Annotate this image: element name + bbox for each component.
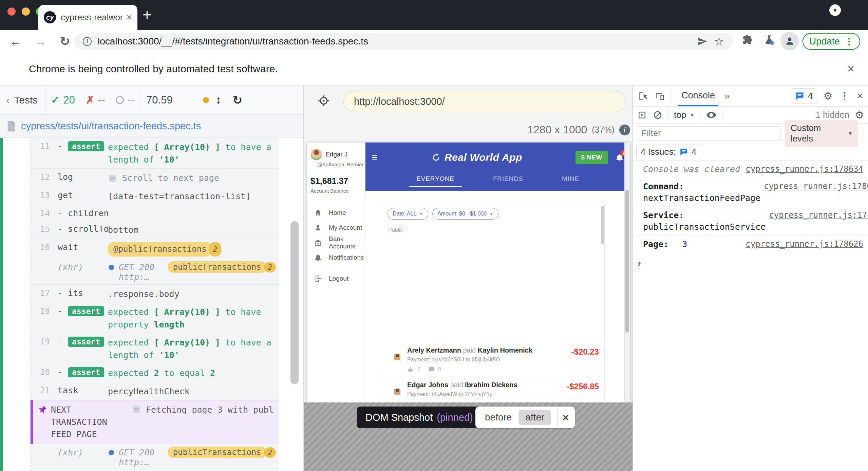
transaction-item[interactable]: Edgar Johns paid Ibrahim DickensPayment:… [382, 377, 604, 401]
browser-menu-icon[interactable]: ⋮ [845, 36, 853, 47]
profile-avatar[interactable] [780, 32, 799, 50]
sidebar-item-home[interactable]: Home [307, 205, 365, 220]
tab-mine[interactable]: MINE [554, 172, 587, 187]
app-scrollbar-track[interactable] [624, 143, 630, 402]
flask-extension-icon[interactable] [763, 34, 775, 45]
command-row[interactable]: 13get[data-test=transaction-list] [31, 187, 279, 205]
address-bar[interactable]: i localhost:3000/__/#/tests/integration/… [74, 33, 733, 50]
sidebar-item-my-account[interactable]: My Account [307, 220, 365, 235]
browser-tab[interactable]: cy cypress-realworld-app × [38, 5, 137, 30]
new-tab-button[interactable]: + [143, 7, 152, 22]
devtools-settings-icon[interactable]: ⚙ [823, 90, 832, 102]
new-transaction-button[interactable]: $ NEW [575, 151, 608, 164]
app-scrollbar-thumb[interactable] [625, 190, 629, 333]
filter-chip[interactable]: Date: ALL ▼ [388, 208, 428, 220]
context-selector[interactable]: top ▼ [674, 110, 695, 120]
forward-icon[interactable]: → [35, 34, 47, 49]
comment-icon[interactable] [428, 366, 435, 373]
xhr-command-row[interactable]: (xhr)GET 200 http:…publicTransactions2 [31, 259, 279, 284]
card-scrollbar[interactable] [601, 206, 604, 244]
test-duration: 70.59 [140, 94, 179, 106]
console-filter-input[interactable] [637, 126, 780, 140]
clear-console-icon[interactable] [653, 110, 663, 120]
url-text[interactable]: localhost:3000/__/#/tests/integration/ui… [98, 36, 691, 47]
devtools-close-icon[interactable]: × [857, 90, 863, 102]
back-icon[interactable]: ← [10, 34, 22, 49]
assert-command-row[interactable]: 18- assertexpected [ Array(10) ] to have… [31, 303, 279, 333]
assert-pill: assert [68, 141, 104, 151]
inspect-element-icon[interactable] [638, 91, 648, 101]
command-row[interactable]: 15- scrollTobottom [31, 221, 279, 239]
page-info-icon[interactable]: i [83, 37, 92, 46]
console-message[interactable]: Page:3cypress_runner.js:178626 [633, 236, 868, 253]
sidebar-item-bank-accounts[interactable]: Bank Accounts [307, 235, 365, 250]
source-link[interactable]: cypress_runner.js:178626 [746, 239, 863, 249]
infobar-close-icon[interactable]: × [847, 62, 854, 76]
sidebar-item-notifications[interactable]: Notifications [307, 250, 365, 265]
console-message[interactable]: Command:nextTransactionFeedPagecypress_r… [633, 178, 868, 207]
transaction-item[interactable]: Arely Kertzmann paid Kaylin HomenickPaym… [382, 342, 604, 377]
notifications-bell[interactable]: 8 [615, 153, 624, 162]
reporter-scrollbar[interactable] [290, 221, 299, 384]
filter-chip[interactable]: Amount: $0 - $1,000 ▼ [432, 208, 498, 220]
divider [700, 109, 700, 121]
wait-command-row[interactable]: 16wait@publicTransactions2 [31, 239, 279, 259]
chrome-update-button[interactable]: Update ⋮ [803, 33, 860, 50]
source-link[interactable]: cypress_runner.js:178626 [769, 210, 868, 220]
route-alias-badge[interactable]: publicTransactions [168, 261, 267, 273]
snapshot-close-icon[interactable]: × [562, 411, 572, 424]
aut-url-bar[interactable]: http://localhost:3000/ [343, 91, 626, 112]
route-alias-badge[interactable]: publicTransactions [168, 447, 267, 458]
console-prompt-chevron[interactable]: › [633, 253, 868, 269]
console-messages-badge[interactable]: 4 [791, 88, 817, 103]
spec-file-link[interactable]: cypress/tests/ui/transaction-feeds.spec.… [21, 120, 201, 132]
command-row[interactable]: 14- children [31, 205, 279, 221]
console-tab[interactable]: Console [678, 86, 718, 106]
assert-command-row[interactable]: 19- assertexpected [ Array(10) ] to have… [31, 333, 279, 364]
device-toolbar-icon[interactable] [655, 91, 665, 101]
extensions-puzzle-icon[interactable] [742, 34, 753, 45]
close-window-button[interactable] [7, 7, 16, 16]
command-row[interactable]: 21taskpercyHealthCheck [31, 382, 279, 400]
log-command-row[interactable]: 12logScroll to next page [31, 168, 279, 187]
minimize-window-button[interactable] [22, 7, 30, 16]
pinned-command-row[interactable]: NEXT TRANSACTION FEED PAGEFetching page … [31, 400, 279, 444]
snapshot-after-button[interactable]: after [518, 410, 551, 425]
wait-command-row[interactable]: 23wait@publicTransactions3 [31, 470, 279, 471]
assert-command-row[interactable]: 20- assertexpected 2 to equal 2 [31, 364, 279, 382]
like-icon[interactable] [407, 366, 415, 373]
back-to-tests-button[interactable]: ‹ Tests [0, 93, 45, 107]
console-message[interactable]: Service:publicTransactionServicecypress_… [633, 207, 868, 236]
tab-close-icon[interactable]: × [127, 12, 132, 23]
pin-icon[interactable] [38, 405, 48, 415]
more-tabs-icon[interactable]: » [724, 91, 730, 101]
xhr-command-row[interactable]: (xhr)GET 200 http:…publicTransactions2 [31, 444, 279, 470]
bookmark-star-icon[interactable]: ☆ [714, 35, 724, 48]
viewport-info-icon[interactable]: i [619, 125, 630, 135]
live-expression-eye-icon[interactable] [706, 110, 717, 120]
log-levels-dropdown[interactable]: Custom levels ▼ [785, 120, 858, 147]
console-settings-icon[interactable]: ⚙ [855, 109, 864, 121]
tab-search-button[interactable]: ▼ [829, 4, 841, 16]
snapshot-before-button[interactable]: before [478, 410, 518, 425]
selector-playground-icon[interactable] [317, 94, 330, 107]
devtools-menu-icon[interactable]: ⋮ [838, 90, 851, 101]
console-sidebar-icon[interactable] [637, 110, 647, 120]
chat-bubble-icon [679, 148, 688, 156]
hamburger-menu-icon[interactable]: ≡ [372, 152, 378, 163]
rerun-tests-icon[interactable]: ↻ [233, 93, 243, 107]
command-row[interactable]: 17- its.response.body [31, 284, 279, 303]
scroll-arrows-icon[interactable]: ↕ [216, 94, 221, 106]
tab-everyone[interactable]: EVERYONE [409, 172, 462, 187]
tab-friends[interactable]: FRIENDS [486, 172, 531, 187]
source-link[interactable]: cypress_runner.js:178634 [746, 164, 863, 174]
source-link[interactable]: cypress_runner.js:178626 [764, 181, 868, 191]
console-message[interactable]: Console was clearedcypress_runner.js:178… [633, 161, 868, 178]
reload-icon[interactable]: ↻ [60, 34, 70, 49]
send-to-device-icon[interactable] [697, 36, 708, 47]
auto-scroll-indicator[interactable] [203, 97, 209, 103]
sidebar-item-logout[interactable]: Logout [307, 271, 365, 286]
assert-command-row[interactable]: 11- assertexpected [ Array(10) ] to have… [31, 138, 279, 168]
issues-button[interactable]: 4 Issues: 4 [636, 145, 701, 159]
wait-alias-badge[interactable]: @publicTransactions [108, 242, 212, 257]
